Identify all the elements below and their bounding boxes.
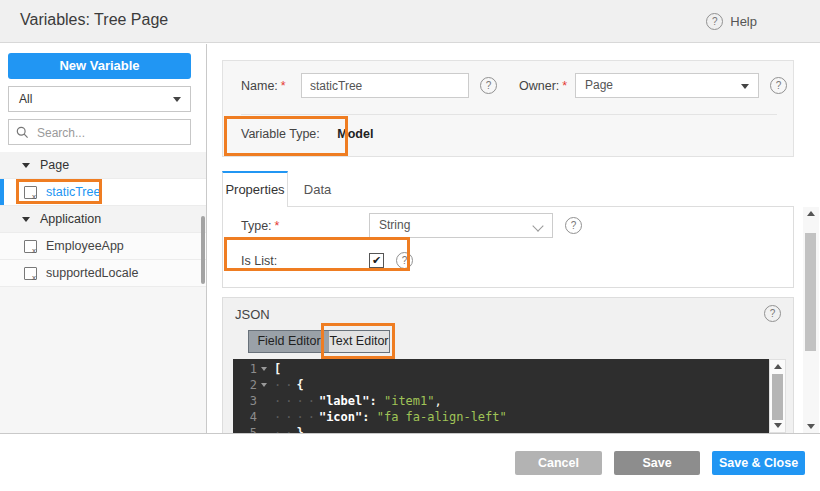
dialog-footer: Cancel Save Save & Close xyxy=(0,433,820,491)
name-label: Name:* xyxy=(241,79,301,93)
save-and-close-button[interactable]: Save & Close xyxy=(712,451,805,475)
code-line: 5 ··} xyxy=(233,425,769,433)
fold-caret-icon[interactable] xyxy=(257,377,270,393)
variables-sidebar: New Variable All Page staticTree xyxy=(0,44,207,433)
tree-group-application[interactable]: Application xyxy=(0,206,206,233)
properties-scrollbar[interactable] xyxy=(803,207,819,433)
sidebar-empty-area xyxy=(0,287,206,433)
json-section-title: JSON xyxy=(235,307,270,322)
selected-indicator xyxy=(0,179,4,205)
owner-selected-value: Page xyxy=(585,78,613,92)
tab-properties[interactable]: Properties xyxy=(222,171,288,207)
tree-item-label: supportedLocale xyxy=(46,266,138,280)
variable-icon xyxy=(24,267,37,280)
properties-panel: Type:* String Is List: xyxy=(222,206,794,288)
json-section: JSON Field Editor Text Editor 1 [ 2 ··{ … xyxy=(222,297,794,433)
scroll-up-arrow-icon[interactable] xyxy=(807,211,815,216)
filter-selected-value: All xyxy=(19,92,32,106)
dialog-header: Variables: Tree Page Help xyxy=(0,0,820,43)
code-line: 4 ····"icon": "fa fa-align-left" xyxy=(233,409,769,425)
variables-dialog: Variables: Tree Page Help New Variable A… xyxy=(0,0,820,491)
caret-down-icon xyxy=(22,163,30,168)
type-select[interactable]: String xyxy=(369,213,553,238)
save-button[interactable]: Save xyxy=(614,451,700,475)
scroll-down-arrow-icon[interactable] xyxy=(774,423,782,428)
type-help-icon[interactable] xyxy=(565,217,582,234)
variable-icon xyxy=(24,186,37,199)
search-input[interactable] xyxy=(35,121,189,145)
dropdown-arrow-icon xyxy=(173,97,181,102)
tree-group-page[interactable]: Page xyxy=(0,152,206,179)
is-list-checkbox[interactable] xyxy=(369,253,384,268)
search-icon xyxy=(16,126,29,139)
search-box xyxy=(8,119,191,145)
help-label: Help xyxy=(730,14,757,29)
name-help-icon[interactable] xyxy=(480,77,497,94)
sidebar-scrollbar[interactable] xyxy=(201,216,205,284)
type-label: Type:* xyxy=(241,219,369,233)
variable-icon xyxy=(24,240,37,253)
field-editor-button[interactable]: Field Editor xyxy=(248,330,330,353)
properties-scrollbar-thumb[interactable] xyxy=(805,233,816,351)
line-number: 4 xyxy=(233,409,257,425)
required-marker: * xyxy=(275,219,280,233)
line-number: 2 xyxy=(233,377,257,393)
variable-type-value: Model xyxy=(337,127,373,141)
code-line: 2 ··{ xyxy=(233,377,769,393)
variable-summary-panel: Name:* Owner:* Page Variable Type: Model xyxy=(222,60,794,157)
owner-select[interactable]: Page xyxy=(575,73,759,98)
variables-tree: Page staticTree Application EmployeeApp … xyxy=(0,152,206,287)
tree-group-label: Page xyxy=(40,158,69,172)
fold-caret-icon[interactable] xyxy=(257,361,270,377)
is-list-label: Is List: xyxy=(241,254,369,268)
code-line: 3 ····"label": "item1", xyxy=(233,393,769,409)
line-number: 1 xyxy=(233,361,257,377)
line-number: 5 xyxy=(233,425,257,433)
required-marker: * xyxy=(281,79,286,93)
cancel-button[interactable]: Cancel xyxy=(515,451,602,475)
tree-group-label: Application xyxy=(40,212,101,226)
dropdown-arrow-icon xyxy=(741,84,749,89)
scroll-up-arrow-icon[interactable] xyxy=(774,364,782,369)
text-editor-button[interactable]: Text Editor xyxy=(329,330,390,353)
variable-editor-main: Name:* Owner:* Page Variable Type: Model… xyxy=(208,44,820,433)
editor-scrollbar[interactable] xyxy=(769,359,786,433)
variable-type-label: Variable Type: xyxy=(241,127,320,141)
tree-item-supportedlocale[interactable]: supportedLocale xyxy=(0,260,206,287)
owner-label: Owner:* xyxy=(519,79,575,93)
json-help-icon[interactable] xyxy=(764,305,781,322)
owner-help-icon[interactable] xyxy=(770,77,787,94)
code-line: 1 [ xyxy=(233,361,769,377)
tree-item-label: staticTree xyxy=(46,185,100,199)
editor-scrollbar-thumb[interactable] xyxy=(772,374,783,420)
tree-item-employeeapp[interactable]: EmployeeApp xyxy=(0,233,206,260)
new-variable-button[interactable]: New Variable xyxy=(8,53,191,79)
variable-type-row: Variable Type: Model xyxy=(241,127,373,141)
caret-down-icon xyxy=(22,217,30,222)
page-title: Variables: Tree Page xyxy=(20,11,168,29)
chevron-down-icon xyxy=(532,220,543,231)
json-code-editor[interactable]: 1 [ 2 ··{ 3 ····"label": "item1", 4 xyxy=(233,359,769,433)
is-list-help-icon[interactable] xyxy=(396,252,413,269)
required-marker: * xyxy=(562,79,567,93)
question-circle-icon xyxy=(706,13,723,30)
type-selected-value: String xyxy=(379,218,410,232)
variable-filter-select[interactable]: All xyxy=(8,86,191,112)
help-button[interactable]: Help xyxy=(706,13,757,30)
name-input[interactable] xyxy=(301,73,469,98)
scroll-down-arrow-icon[interactable] xyxy=(807,424,815,429)
panel-divider xyxy=(241,114,777,115)
tab-data[interactable]: Data xyxy=(290,173,345,206)
tree-item-statictree[interactable]: staticTree xyxy=(0,179,206,206)
line-number: 3 xyxy=(233,393,257,409)
tree-item-label: EmployeeApp xyxy=(46,239,124,253)
